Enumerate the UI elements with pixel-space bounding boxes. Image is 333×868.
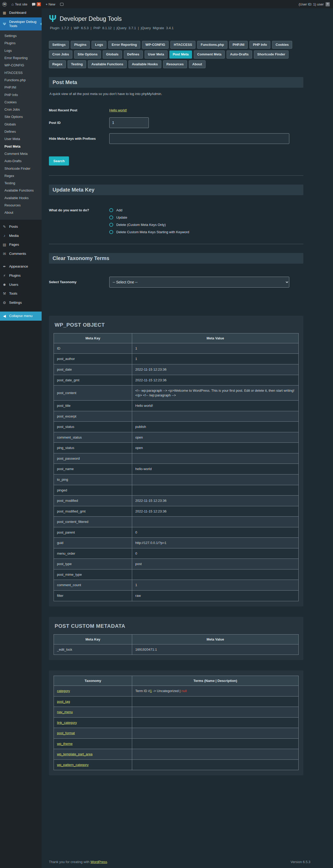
taxonomy-link[interactable]: nav_menu xyxy=(57,710,73,714)
tab[interactable]: Available Functions xyxy=(88,60,127,68)
recent-post-link[interactable]: Hello world! xyxy=(109,108,127,112)
tab[interactable]: Site Options xyxy=(74,51,101,58)
radio-option[interactable]: Add xyxy=(109,208,189,212)
sidebar-item[interactable]: ⚒ Tools xyxy=(0,289,42,298)
wp-logo-menu[interactable]: W xyxy=(0,0,9,8)
tab[interactable]: Auto-Drafts xyxy=(227,51,252,58)
tab[interactable]: Comment Meta xyxy=(194,51,225,58)
sidebar-item[interactable]: ✉ Comments xyxy=(0,249,42,258)
tab[interactable]: PHP Info xyxy=(249,41,270,49)
tab[interactable]: Functions.php xyxy=(197,41,227,49)
submenu-item[interactable]: PHP Info xyxy=(0,91,42,99)
tab[interactable]: PHP.INI xyxy=(229,41,248,49)
tab[interactable]: Available Hooks xyxy=(129,60,161,68)
submenu-item[interactable]: Cookies xyxy=(0,99,42,106)
wordpress-link[interactable]: WordPress xyxy=(91,860,107,864)
user-account-label[interactable]: (User ID: 1) user xyxy=(299,2,324,6)
sidebar-item-dashboard[interactable]: ▦ Dashboard xyxy=(0,8,42,18)
taxonomy-select[interactable]: -- Select One -- xyxy=(109,277,289,288)
taxonomy-terms-cell xyxy=(132,717,299,728)
submenu-item[interactable]: HTACCESS xyxy=(0,69,42,76)
tab[interactable]: Settings xyxy=(49,41,69,49)
submenu-item[interactable]: Settings xyxy=(0,32,42,39)
tab[interactable]: Testing xyxy=(68,60,86,68)
ddt-submenu: Settings Plugins Logs Error Reporting WP… xyxy=(0,30,42,219)
submenu-item[interactable]: Comment Meta xyxy=(0,150,42,157)
footer-thanks-suffix: . xyxy=(107,860,108,864)
radio-button-icon[interactable] xyxy=(109,208,113,212)
submenu-item[interactable]: Error Reporting xyxy=(0,54,42,62)
post-id-input[interactable] xyxy=(109,117,149,128)
meta-key-cell: post_date_gmt xyxy=(54,375,132,385)
tab[interactable]: Cookies xyxy=(272,41,292,49)
submenu-item[interactable]: PHP.INI xyxy=(0,84,42,91)
search-button[interactable]: Search xyxy=(49,156,69,165)
sidebar-item[interactable]: ☻ Users xyxy=(0,280,42,289)
tab[interactable]: Plugins xyxy=(71,41,90,49)
submenu-item[interactable]: Logs xyxy=(0,47,42,54)
radio-option[interactable]: Update xyxy=(109,216,189,219)
tab[interactable]: About xyxy=(189,60,205,68)
sidebar-item-developer-debug-tools[interactable]: Ψ Developer Debug Tools xyxy=(0,18,42,30)
submenu-item[interactable]: Defines xyxy=(0,128,42,135)
sidebar-item[interactable]: ✎ Posts xyxy=(0,222,42,231)
submenu-item[interactable]: Available Functions xyxy=(0,187,42,194)
radio-option[interactable]: Delete Custom Meta Keys Starting with Ke… xyxy=(109,230,189,234)
radio-button-icon[interactable] xyxy=(109,216,113,219)
sidebar-item[interactable]: ⚡ Plugins xyxy=(0,271,42,280)
submenu-item[interactable]: Post Meta xyxy=(0,143,42,150)
radio-option[interactable]: Delete (Custom Meta Keys Only) xyxy=(109,223,189,227)
hide-prefixes-input[interactable] xyxy=(109,133,289,144)
user-avatar[interactable] xyxy=(326,2,330,6)
submenu-item[interactable]: Testing xyxy=(0,180,42,187)
submenu-item[interactable]: Site Options xyxy=(0,113,42,121)
submenu-item[interactable]: Auto-Drafts xyxy=(0,157,42,165)
tab[interactable]: Regex xyxy=(49,60,66,68)
tab[interactable]: Resources xyxy=(163,60,187,68)
taxonomy-link[interactable]: wp_template_part_area xyxy=(57,752,93,756)
taxonomy-link[interactable]: post_format xyxy=(57,731,75,735)
wp-post-rows: ID 1 post_author 1 post_date 2022- xyxy=(54,343,299,601)
tab[interactable]: Shortcode Finder xyxy=(254,51,289,58)
new-content-link[interactable]: + New xyxy=(43,0,58,8)
taxonomy-link[interactable]: wp_pattern_category xyxy=(57,763,89,767)
tab[interactable]: Defines xyxy=(124,51,143,58)
site-name-link[interactable]: ⌂ Test site xyxy=(9,0,30,8)
sidebar-item[interactable]: ⚙ Settings xyxy=(0,298,42,307)
taxonomy-link[interactable]: category xyxy=(57,689,70,693)
taxonomy-link[interactable]: wp_theme xyxy=(57,742,73,746)
comments-link[interactable]: 0 xyxy=(30,0,43,8)
submenu-item[interactable]: WP-CONFIG xyxy=(0,62,42,69)
taxonomy-name-cell: wp_theme xyxy=(54,738,132,749)
tab[interactable]: Globals xyxy=(103,51,122,58)
meta-key-cell: guid xyxy=(54,538,132,548)
submenu-item[interactable]: User Meta xyxy=(0,135,42,143)
tab[interactable]: Cron Jobs xyxy=(49,51,72,58)
tab[interactable]: Logs xyxy=(92,41,106,49)
tab[interactable]: User Meta xyxy=(145,51,168,58)
tab[interactable]: WP-CONFIG xyxy=(142,41,169,49)
radio-button-icon[interactable] xyxy=(109,223,113,227)
tab[interactable]: HTACCESS xyxy=(170,41,196,49)
radio-button-icon[interactable] xyxy=(109,230,113,234)
submenu-item[interactable]: Available Hooks xyxy=(0,194,42,202)
submenu-item[interactable]: Globals xyxy=(0,121,42,128)
submenu-item[interactable]: Resources xyxy=(0,202,42,209)
meta-key-cell: comment_count xyxy=(54,580,132,591)
term-id-link[interactable]: 1 xyxy=(150,689,152,693)
submenu-item[interactable]: Regex xyxy=(0,172,42,180)
submenu-item[interactable]: Cron Jobs xyxy=(0,106,42,113)
sidebar-item[interactable]: ✒ Appearance xyxy=(0,262,42,271)
taxonomy-link[interactable]: post_tag xyxy=(57,700,70,704)
taxonomy-link[interactable]: link_category xyxy=(57,721,77,724)
submenu-item[interactable]: Shortcode Finder xyxy=(0,165,42,172)
submenu-item[interactable]: About xyxy=(0,209,42,216)
sidebar-item[interactable]: ▤ Pages xyxy=(0,240,42,249)
collapse-menu-button[interactable]: ◀ Collapse menu xyxy=(0,312,42,321)
submenu-item[interactable]: Plugins xyxy=(0,39,42,47)
ddt-adminbar-item[interactable] xyxy=(58,0,66,8)
sidebar-item[interactable]: ♪ Media xyxy=(0,231,42,240)
tab[interactable]: Error Reporting xyxy=(108,41,140,49)
tab[interactable]: Post Meta xyxy=(169,51,192,58)
submenu-item[interactable]: Functions.php xyxy=(0,76,42,84)
